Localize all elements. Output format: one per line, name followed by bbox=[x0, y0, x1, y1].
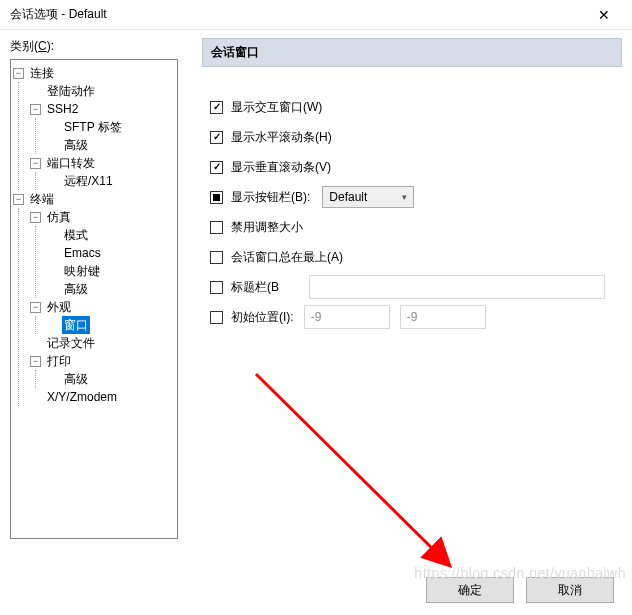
tree-item-terminal[interactable]: − 终端 bbox=[13, 190, 175, 208]
collapse-icon[interactable]: − bbox=[30, 158, 41, 169]
checkbox-icon[interactable] bbox=[210, 311, 223, 324]
checkbox-label: 会话窗口总在最上(A) bbox=[231, 249, 343, 266]
tree-item-remote[interactable]: 远程/X11 bbox=[47, 172, 175, 190]
tree-label: X/Y/Zmodem bbox=[45, 388, 119, 406]
tree-label: 模式 bbox=[62, 226, 90, 244]
checkbox-label: 显示按钮栏(B): bbox=[231, 189, 310, 206]
content: 类别(C): − 连接 登陆动作 − SSH2 bbox=[0, 30, 632, 560]
opt-show-interact[interactable]: 显示交互窗口(W) bbox=[210, 93, 622, 121]
tree-label: 终端 bbox=[28, 190, 56, 208]
opt-init-pos[interactable]: 初始位置(I): bbox=[210, 303, 622, 331]
section-title: 会话窗口 bbox=[202, 38, 622, 67]
collapse-icon[interactable]: − bbox=[30, 212, 41, 223]
titlebar: 会话选项 - Default ✕ bbox=[0, 0, 632, 30]
collapse-icon[interactable]: − bbox=[13, 194, 24, 205]
tree-item-window[interactable]: 窗口 bbox=[47, 316, 175, 334]
tree-item-ssh2-adv[interactable]: 高级 bbox=[47, 136, 175, 154]
opt-show-btnbar[interactable]: 显示按钮栏(B): Default ▾ bbox=[210, 183, 622, 211]
checkbox-label: 显示交互窗口(W) bbox=[231, 99, 322, 116]
checkbox-icon[interactable] bbox=[210, 101, 223, 114]
collapse-icon[interactable]: − bbox=[30, 302, 41, 313]
btnbar-select[interactable]: Default ▾ bbox=[322, 186, 414, 208]
init-pos-x[interactable] bbox=[304, 305, 390, 329]
close-icon[interactable]: ✕ bbox=[584, 1, 624, 29]
checkbox-label: 标题栏(B bbox=[231, 279, 279, 296]
tree-label: 高级 bbox=[62, 370, 90, 388]
tree-item-modes[interactable]: 模式 bbox=[47, 226, 175, 244]
tree-label: 打印 bbox=[45, 352, 73, 370]
form: 显示交互窗口(W) 显示水平滚动条(H) 显示垂直滚动条(V) 显示按钮栏(B)… bbox=[202, 93, 622, 331]
checkbox-label: 显示垂直滚动条(V) bbox=[231, 159, 331, 176]
collapse-icon[interactable]: − bbox=[30, 356, 41, 367]
checkbox-label: 初始位置(I): bbox=[231, 309, 294, 326]
tree-label: 远程/X11 bbox=[62, 172, 115, 190]
tree-item-sftp[interactable]: SFTP 标签 bbox=[47, 118, 175, 136]
tree-item-emulation[interactable]: − 仿真 bbox=[30, 208, 175, 226]
tree-label: 端口转发 bbox=[45, 154, 97, 172]
tree-label: 窗口 bbox=[62, 316, 90, 334]
checkbox-icon[interactable] bbox=[210, 221, 223, 234]
checkbox-icon[interactable] bbox=[210, 161, 223, 174]
opt-disable-resize[interactable]: 禁用调整大小 bbox=[210, 213, 622, 241]
checkbox-icon[interactable] bbox=[210, 251, 223, 264]
tree-item-print-adv[interactable]: 高级 bbox=[47, 370, 175, 388]
tree-item-xyz[interactable]: X/Y/Zmodem bbox=[30, 388, 175, 406]
tree-item-print[interactable]: − 打印 bbox=[30, 352, 175, 370]
tree-item-connection[interactable]: − 连接 bbox=[13, 64, 175, 82]
tree-label: SFTP 标签 bbox=[62, 118, 124, 136]
tree-item-appearance[interactable]: − 外观 bbox=[30, 298, 175, 316]
tree-item-mapkeys[interactable]: 映射键 bbox=[47, 262, 175, 280]
checkbox-label: 禁用调整大小 bbox=[231, 219, 303, 236]
category-tree[interactable]: − 连接 登陆动作 − SSH2 SFTP 标签 bbox=[10, 59, 178, 539]
chevron-down-icon: ▾ bbox=[402, 192, 407, 202]
tree-label: 仿真 bbox=[45, 208, 73, 226]
checkbox-icon[interactable] bbox=[210, 281, 223, 294]
tree-item-ssh2[interactable]: − SSH2 bbox=[30, 100, 175, 118]
tree-item-logon[interactable]: 登陆动作 bbox=[30, 82, 175, 100]
collapse-icon[interactable]: − bbox=[30, 104, 41, 115]
tree-item-emacs[interactable]: Emacs bbox=[47, 244, 175, 262]
checkbox-icon[interactable] bbox=[210, 191, 223, 204]
tree-item-portfwd[interactable]: − 端口转发 bbox=[30, 154, 175, 172]
window-title: 会话选项 - Default bbox=[10, 6, 584, 23]
opt-show-hscroll[interactable]: 显示水平滚动条(H) bbox=[210, 123, 622, 151]
init-pos-y[interactable] bbox=[400, 305, 486, 329]
left-column: 类别(C): − 连接 登陆动作 − SSH2 bbox=[10, 38, 190, 560]
tree-label: 外观 bbox=[45, 298, 73, 316]
tree-label: 登陆动作 bbox=[45, 82, 97, 100]
tree-label: 高级 bbox=[62, 280, 90, 298]
tree-label: SSH2 bbox=[45, 100, 80, 118]
tree-label: 记录文件 bbox=[45, 334, 97, 352]
checkbox-icon[interactable] bbox=[210, 131, 223, 144]
titlebar-input[interactable] bbox=[309, 275, 605, 299]
tree-label: Emacs bbox=[62, 244, 103, 262]
tree-item-log[interactable]: 记录文件 bbox=[30, 334, 175, 352]
category-label: 类别(C): bbox=[10, 38, 190, 55]
opt-titlebar[interactable]: 标题栏(B bbox=[210, 273, 622, 301]
right-column: 会话窗口 显示交互窗口(W) 显示水平滚动条(H) 显示垂直滚动条(V) 显示按… bbox=[190, 38, 622, 560]
tree-label: 高级 bbox=[62, 136, 90, 154]
opt-show-vscroll[interactable]: 显示垂直滚动条(V) bbox=[210, 153, 622, 181]
tree-label: 映射键 bbox=[62, 262, 102, 280]
checkbox-label: 显示水平滚动条(H) bbox=[231, 129, 332, 146]
watermark: https://blog.csdn.net/yuanhaiwh bbox=[414, 565, 626, 581]
tree-label: 连接 bbox=[28, 64, 56, 82]
collapse-icon[interactable]: − bbox=[13, 68, 24, 79]
select-value: Default bbox=[329, 190, 367, 204]
opt-always-top[interactable]: 会话窗口总在最上(A) bbox=[210, 243, 622, 271]
tree-item-emu-adv[interactable]: 高级 bbox=[47, 280, 175, 298]
